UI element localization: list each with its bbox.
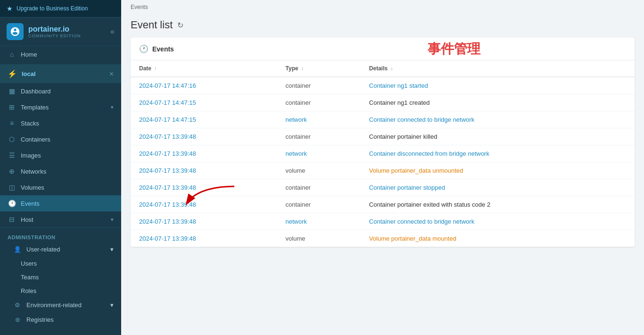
event-type-cell: network [277,213,361,230]
event-date-cell: 2024-07-17 14:47:15 [131,111,277,128]
sidebar-item-containers-label: Containers [21,136,50,143]
event-type-cell: container [277,94,361,111]
date-sort-icon: ↑ [154,66,157,71]
panel-title: Events [152,45,174,53]
dashboard-icon: ▦ [8,87,16,95]
event-date-cell: 2024-07-17 14:47:16 [131,77,277,94]
breadcrumb: Events [121,0,644,14]
events-icon: 🕐 [8,200,16,207]
table-row: 2024-07-17 13:39:48containerContainer po… [131,179,635,196]
sidebar-item-images-label: Images [21,152,41,159]
host-chevron: ▾ [111,217,114,223]
panel-header: 🕐 Events [131,38,635,60]
sidebar-item-templates[interactable]: ⊞ Templates ▾ [0,99,121,115]
table-row: 2024-07-17 14:47:15containerContainer ng… [131,94,635,111]
event-type-cell: network [277,111,361,128]
event-details-cell: Container ng1 created [361,94,635,111]
details-sort-icon: ↕ [391,66,393,71]
sidebar-item-teams[interactable]: Teams [0,270,121,284]
env-close-button[interactable]: × [109,70,114,78]
event-date-cell: 2024-07-17 13:39:48 [131,230,277,247]
env-icon: ⚡ [8,69,17,78]
sidebar-item-images[interactable]: ☰ Images [0,147,121,163]
networks-icon: ⊕ [8,168,16,175]
sidebar-item-home-label: Home [21,51,37,58]
collapse-sidebar-button[interactable]: « [110,27,115,36]
star-icon: ★ [7,5,13,12]
env-name: local [22,70,36,77]
page-header: Event list ↻ [121,14,644,38]
containers-icon: ⬡ [8,135,16,143]
sidebar-item-volumes-label: Volumes [21,184,44,191]
page-title: Event list [131,19,173,31]
sidebar-item-host-label: Host [21,216,33,223]
table-row: 2024-07-17 13:39:48networkContainer disc… [131,145,635,162]
upgrade-banner[interactable]: ★ Upgrade to Business Edition [0,0,121,17]
clock-icon: 🕐 [139,44,149,53]
event-type-cell: container [277,196,361,213]
table-row: 2024-07-17 13:39:48containerContainer po… [131,196,635,213]
table-row: 2024-07-17 14:47:16containerContainer ng… [131,77,635,94]
type-sort-icon: ↕ [301,66,304,71]
environment-related-icon: ⚙ [13,302,22,309]
portainer-logo-icon [7,23,24,40]
table-row: 2024-07-17 13:39:48containerContainer po… [131,128,635,145]
logo-name: portainer.io [28,25,81,34]
event-date-cell: 2024-07-17 13:39:48 [131,196,277,213]
event-type-cell: container [277,77,361,94]
refresh-button[interactable]: ↻ [177,21,183,30]
sidebar-item-teams-label: Teams [21,274,39,281]
templates-chevron: ▾ [111,104,114,110]
event-type-cell: network [277,145,361,162]
sidebar-item-networks-label: Networks [21,168,46,175]
events-table: Date ↑ Type ↕ Details ↕ 2024 [131,60,635,247]
sidebar-item-dashboard[interactable]: ▦ Dashboard [0,83,121,99]
col-header-details[interactable]: Details ↕ [361,60,635,77]
sidebar-item-roles-label: Roles [21,287,36,294]
sidebar-item-stacks[interactable]: ≡ Stacks [0,115,121,131]
images-icon: ☰ [8,151,16,159]
event-details-cell: Volume portainer_data unmounted [361,162,635,179]
events-panel: 🕐 Events Date ↑ Type ↕ [131,38,635,247]
table-row: 2024-07-17 14:47:15networkContainer conn… [131,111,635,128]
sidebar-item-registries[interactable]: ⊛ Registries [0,312,121,327]
sidebar-item-users[interactable]: Users [0,257,121,270]
event-details-cell: Volume portainer_data mounted [361,230,635,247]
col-header-type[interactable]: Type ↕ [277,60,361,77]
sidebar-item-networks[interactable]: ⊕ Networks [0,163,121,179]
user-related-icon: 👤 [13,246,22,253]
environment-related-chevron: ▾ [110,302,114,309]
sidebar-item-dashboard-label: Dashboard [21,88,51,95]
event-details-cell: Container ng1 started [361,77,635,94]
env-section: ⚡ local × ▦ Dashboard ⊞ Templates ▾ ≡ St… [0,64,121,228]
registries-icon: ⊛ [13,316,22,323]
col-header-date[interactable]: Date ↑ [131,60,277,77]
event-details-cell: Container connected to bridge network [361,111,635,128]
sidebar-item-environment-related-label: Environment-related [26,302,82,309]
table-row: 2024-07-17 13:39:48volumeVolume portaine… [131,162,635,179]
sidebar-item-host[interactable]: ⊟ Host ▾ [0,211,121,227]
event-type-cell: volume [277,162,361,179]
sidebar-item-user-related[interactable]: 👤 User-related ▾ [0,242,121,257]
administration-section-label: Administration [0,230,121,242]
sidebar-item-events[interactable]: 🕐 Events [0,195,121,211]
host-icon: ⊟ [8,216,16,223]
event-details-cell: Container connected to bridge network [361,213,635,230]
sidebar-item-roles[interactable]: Roles [0,284,121,298]
event-date-cell: 2024-07-17 13:39:48 [131,213,277,230]
event-date-cell: 2024-07-17 13:39:48 [131,162,277,179]
templates-icon: ⊞ [8,103,16,111]
logo-area: portainer.io COMMUNITY EDITION « [0,17,121,46]
event-details-cell: Container portainer exited with status c… [361,196,635,213]
sidebar-item-environment-related[interactable]: ⚙ Environment-related ▾ [0,298,121,312]
upgrade-label: Upgrade to Business Edition [17,5,88,12]
event-type-cell: volume [277,230,361,247]
event-details-cell: Container disconnected from bridge netwo… [361,145,635,162]
sidebar-item-volumes[interactable]: ◫ Volumes [0,179,121,195]
volumes-icon: ◫ [8,184,16,191]
sidebar-item-registries-label: Registries [26,316,54,323]
sidebar-item-events-label: Events [21,200,40,207]
sidebar-item-containers[interactable]: ⬡ Containers [0,131,121,147]
home-icon: ⌂ [8,50,16,58]
sidebar-item-home[interactable]: ⌂ Home [0,46,121,62]
